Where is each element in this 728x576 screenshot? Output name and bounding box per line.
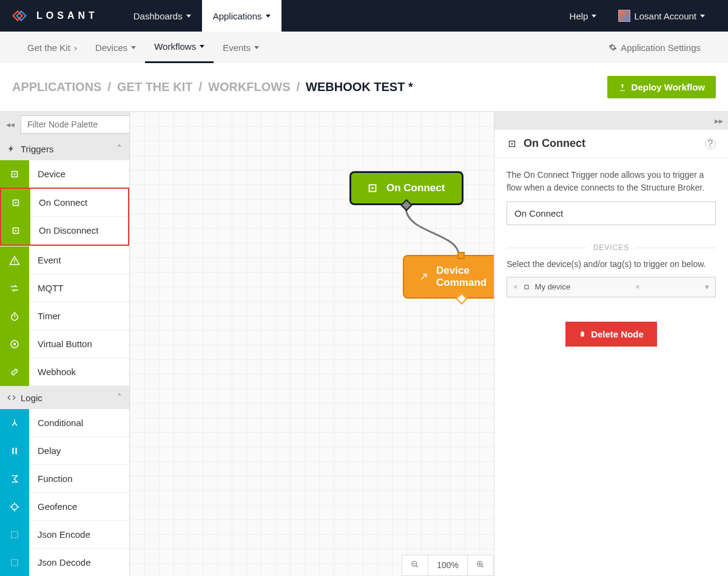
nav-dashboards[interactable]: Dashboards [123,0,202,32]
help-icon[interactable]: ? [705,138,716,149]
canvas-node-device-command[interactable]: Device Command [403,255,494,299]
upload-icon [618,83,627,92]
subnav-events[interactable]: Events [214,32,268,63]
subnav-workflows[interactable]: Workflows [145,32,214,63]
palette-item-label: Conditional [29,418,83,428]
palette-item-json-encode[interactable]: Json Encode [0,521,129,549]
target-icon [9,339,20,350]
subnav-label: Application Settings [621,42,701,53]
palette-item-on-connect[interactable]: On Connect [1,189,128,217]
brand-logo[interactable]: LOSANT [12,7,98,25]
palette-collapse-button[interactable]: ◂◂ [4,120,17,129]
arrow-up-right-icon [419,270,429,283]
palette-item-label: On Disconnect [30,225,98,235]
svg-rect-14 [12,531,18,538]
palette-filter-input[interactable] [21,115,130,134]
palette-item-geofence[interactable]: Geofence [0,493,129,521]
remove-device-tag-button[interactable]: × [513,281,518,293]
node-label: Device Command [436,265,494,289]
palette-item-function[interactable]: Function [0,465,129,493]
subnav-label: Get the Kit [27,42,70,53]
breadcrumb-applications[interactable]: APPLICATIONS [12,80,101,94]
deploy-workflow-button[interactable]: Deploy Workflow [607,76,716,98]
subnav-get-the-kit[interactable]: Get the Kit › [18,32,86,63]
palette-section-label: Triggers [21,144,53,154]
zoom-out-button[interactable] [402,555,428,575]
svg-rect-22 [525,285,528,289]
breadcrumb-workflows[interactable]: WORKFLOWS [208,80,291,94]
bolt-icon [7,144,16,153]
breadcrumb-current: WEBHOOK TEST * [306,80,413,94]
losant-logo-icon [12,7,30,25]
node-name-input[interactable] [507,202,716,225]
selected-device-label: My device [535,281,571,293]
inspector-header: On Connect ? [494,130,728,158]
nav-account[interactable]: Losant Account [607,0,716,32]
code-icon [7,393,16,402]
nav-applications[interactable]: Applications [202,0,281,32]
zoom-in-button[interactable] [467,555,493,575]
palette-filter-row: ◂◂ [0,112,129,137]
palette-item-label: Json Encode [29,529,90,540]
subnav-label: Devices [95,42,127,53]
palette-item-label: Device [29,169,66,179]
device-tag-selector[interactable]: × My device × ▾ [507,277,716,297]
breadcrumb-bar: APPLICATIONS / GET THE KIT / WORKFLOWS /… [0,63,728,112]
subnav-app-settings[interactable]: Application Settings [599,32,710,63]
brand-text: LOSANT [36,10,98,21]
node-input-handle[interactable] [457,252,465,259]
trash-icon [579,330,586,337]
nav-dashboards-label: Dashboards [133,11,183,21]
palette-item-label: Json Decode [29,557,91,568]
zoom-controls: 100% [402,555,494,576]
zoom-in-icon [476,560,485,569]
palette-item-conditional[interactable]: Conditional [0,409,129,437]
nav-help[interactable]: Help [559,0,608,32]
palette-item-webhook[interactable]: Webhook [0,358,129,386]
highlighted-palette-items: On Connect On Disconnect [0,188,129,246]
palette-item-event[interactable]: Event [0,246,129,274]
link-icon [9,367,20,378]
breadcrumb: APPLICATIONS / GET THE KIT / WORKFLOWS /… [12,80,413,94]
clear-selector-button[interactable]: × [635,281,640,293]
workflow-canvas[interactable]: On Connect Device Command 100% [130,112,494,576]
node-label: On Connect [386,182,445,194]
warning-icon [9,255,20,266]
inspector-top-bar: ▸▸ [494,112,728,130]
palette-item-label: Timer [29,311,61,321]
palette-item-label: Virtual Button [29,339,92,349]
dropdown-caret-icon[interactable]: ▾ [705,281,709,293]
svg-point-21 [511,143,513,144]
chevron-up-icon: ˄ [117,392,122,403]
caret-down-icon [131,46,136,49]
palette-item-virtual-button[interactable]: Virtual Button [0,330,129,358]
delete-node-button[interactable]: Delete Node [565,322,657,347]
timer-icon [9,311,20,322]
palette-item-json-decode[interactable]: Json Decode [0,549,129,576]
breadcrumb-separator: / [198,80,202,94]
inspector-expand-button[interactable]: ▸▸ [715,116,723,126]
breadcrumb-get-the-kit[interactable]: GET THE KIT [117,80,192,94]
caret-down-icon [700,15,705,18]
palette-item-device[interactable]: Device [0,160,129,188]
subnav-devices[interactable]: Devices [86,32,145,63]
palette-item-timer[interactable]: Timer [0,302,129,330]
sigma-icon [9,473,20,484]
palette-section-triggers[interactable]: Triggers ˄ [0,137,129,160]
palette-item-delay[interactable]: Delay [0,437,129,465]
chevron-up-icon: ˄ [117,143,122,154]
nav-help-label: Help [570,11,588,21]
zoom-level[interactable]: 100% [428,555,467,575]
palette-section-logic[interactable]: Logic ˄ [0,386,129,409]
svg-point-7 [15,229,17,231]
gear-icon [608,43,617,52]
palette-item-mqtt[interactable]: MQTT [0,274,129,302]
palette-item-label: Function [29,473,73,484]
palette-item-on-disconnect[interactable]: On Disconnect [1,217,128,245]
chip-icon [523,283,530,291]
json-encode-icon [9,529,20,540]
canvas-node-on-connect[interactable]: On Connect [349,171,463,205]
breadcrumb-separator: / [297,80,300,94]
pause-icon [9,446,20,456]
svg-rect-12 [16,447,17,454]
